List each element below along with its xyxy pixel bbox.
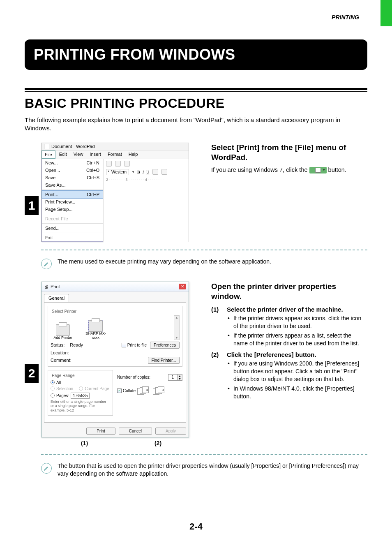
wp-dd-send[interactable]: Send... — [42, 224, 103, 232]
find-printer-button[interactable]: Find Printer... — [148, 357, 180, 364]
wp-toolbar-row-2: Western ▾ B I U — [106, 169, 186, 175]
wp-dd-pagesetup-label: Page Setup... — [45, 207, 73, 212]
wp-menu-view[interactable]: View — [71, 150, 86, 159]
wordpad-app-icon — [44, 144, 49, 149]
wp-dd-sep-1 — [42, 190, 103, 190]
step2-sub2-b1: If you are using Windows 2000, the [Pref… — [228, 360, 367, 383]
wp-dd-sep-4 — [42, 233, 103, 233]
radio-dot-icon — [51, 393, 55, 398]
bold-button[interactable]: B — [137, 170, 140, 174]
wp-menu-file[interactable]: File — [42, 150, 55, 159]
wp-menu-format[interactable]: Format — [105, 150, 125, 159]
checkbox-checked-icon — [117, 388, 122, 393]
wordpad-rightpanel: Western ▾ B I U 2 · · · · · · · · 3 · — [103, 159, 189, 242]
radio-all-label: All — [56, 380, 61, 385]
datetime-icon[interactable] — [124, 161, 130, 166]
tab-general[interactable]: General — [44, 294, 69, 302]
step1-body: If you are using Windows 7, click the bu… — [211, 166, 367, 174]
wp-dd-open-label: Open... — [45, 168, 60, 173]
printer-sharp[interactable]: SHARP MX-xxxx — [83, 320, 108, 340]
color-icon[interactable] — [152, 169, 158, 175]
align-icon[interactable] — [161, 169, 167, 175]
collate-pages-icon-2: 1 2 3 — [153, 386, 167, 395]
radio-currentpage-label: Current Page — [85, 386, 109, 391]
collate2-page-3: 3 — [158, 386, 164, 393]
dialog-callouts: (1) (2) — [41, 440, 201, 446]
wp-script-dropdown[interactable]: Western — [106, 169, 129, 175]
step1-title: Select [Print] from the [File] menu of W… — [211, 143, 367, 163]
wordpad-menubar: File Edit View Insert Format Help — [42, 150, 189, 159]
wp-dd-pagesetup[interactable]: Page Setup... — [42, 206, 103, 213]
print-to-file-checkbox[interactable]: Print to file — [122, 343, 147, 347]
win7-print-menu-icon — [309, 167, 327, 173]
wp-file-dropdown: New... Ctrl+N Open... Ctrl+O Save Ctrl+S — [42, 159, 103, 242]
italic-button[interactable]: I — [143, 170, 144, 174]
copies-spinbox[interactable]: 1 ▲▼ — [168, 374, 183, 381]
radio-pages[interactable]: Pages: — [51, 393, 110, 399]
step-number-2: 2 — [25, 364, 39, 383]
collate-pages-icon: 1 2 3 — [137, 386, 151, 395]
find-icon[interactable] — [106, 161, 112, 166]
radio-selection: Selection — [51, 386, 73, 391]
add-printer-icon — [56, 324, 70, 336]
printer-list-scrollbar[interactable] — [174, 315, 180, 340]
pages-input[interactable] — [71, 393, 90, 399]
wp-dd-print-shortcut: Ctrl+P — [87, 192, 99, 197]
group-select-printer: Select Printer Add Printer SHARP MX-xxxx — [48, 306, 182, 367]
wp-dd-exit[interactable]: Exit — [42, 234, 103, 241]
step2-note-text: The button that is used to open the prin… — [58, 462, 367, 478]
wp-dd-open-shortcut: Ctrl+O — [86, 168, 99, 173]
page-header-section: PRINTING — [0, 0, 392, 21]
chevron-up-icon[interactable]: ▲ — [178, 375, 182, 377]
collate-page-3: 3 — [142, 386, 149, 393]
callout-1: (1) — [48, 440, 121, 446]
step2-sub1-bullets: If the printer drivers appear as icons, … — [228, 314, 367, 347]
wp-dd-exit-label: Exit — [45, 235, 53, 240]
undo-icon[interactable] — [115, 161, 121, 166]
step1-body-pre: If you are using Windows 7, click the — [211, 166, 309, 173]
location-label: Location: — [51, 350, 69, 355]
wp-dd-recent-label: Recent File — [45, 216, 68, 221]
print-dialog-actions: Print Cancel Apply — [42, 425, 189, 437]
print-dialog-illustration: 🖨 Print ✕ General Select Printer — [41, 282, 189, 437]
wp-menu-help[interactable]: Help — [126, 150, 141, 159]
radio-current-page: Current Page — [79, 386, 109, 391]
chevron-down-icon[interactable]: ▼ — [178, 377, 182, 380]
underline-button[interactable]: U — [146, 170, 149, 174]
copies-value: 1 — [168, 375, 178, 380]
wp-dd-printpreview[interactable]: Print Preview... — [42, 198, 103, 206]
wp-dd-saveas[interactable]: Save As... — [42, 181, 103, 189]
step2-sub1-b2: If the printer drivers appear as a list,… — [228, 332, 367, 347]
rule-thin — [25, 91, 367, 92]
radio-all[interactable]: All — [51, 380, 110, 385]
wp-dd-new-label: New... — [45, 160, 58, 165]
wp-dd-print[interactable]: Print... Ctrl+P — [42, 191, 103, 198]
wp-dd-save-shortcut: Ctrl+S — [87, 175, 99, 180]
wp-dd-open[interactable]: Open... Ctrl+O — [42, 166, 103, 174]
wp-dd-new[interactable]: New... Ctrl+N — [42, 159, 103, 166]
wp-menu-insert[interactable]: Insert — [87, 150, 104, 159]
cancel-button[interactable]: Cancel — [119, 428, 152, 435]
wp-menu-edit[interactable]: Edit — [56, 150, 70, 159]
radio-selection-label: Selection — [56, 386, 73, 391]
printer-icon: 🖨 — [44, 284, 48, 289]
step2-title: Open the printer driver properties windo… — [211, 282, 367, 302]
step2-sub2-b2: In Windows 98/Me/NT 4.0, click the [Prop… — [228, 385, 367, 400]
step2-sub1-title: Select the printer driver of the machine… — [227, 306, 367, 313]
pencil-note-icon — [41, 259, 52, 269]
print-button[interactable]: Print — [86, 428, 115, 435]
wp-dd-new-shortcut: Ctrl+N — [87, 160, 99, 165]
collate-checkbox[interactable]: Collate — [117, 388, 136, 393]
print-dialog-tabs: General — [42, 291, 189, 302]
printer-add[interactable]: Add Printer — [51, 324, 75, 340]
wp-dd-save[interactable]: Save Ctrl+S — [42, 174, 103, 181]
close-icon[interactable]: ✕ — [179, 284, 186, 289]
radio-pages-label: Pages: — [56, 393, 69, 398]
radio-dot-icon — [51, 380, 55, 384]
wp-dd-printpreview-label: Print Preview... — [45, 199, 75, 204]
step2-sub1-b1: If the printer drivers appear as icons, … — [228, 314, 367, 330]
preferences-button[interactable]: Preferences — [150, 342, 180, 349]
rule-heavy — [25, 88, 367, 90]
step-2: 2 🖨 Print ✕ General Select Printer — [25, 282, 367, 446]
wordpad-title-text: Document - WordPad — [51, 144, 95, 149]
